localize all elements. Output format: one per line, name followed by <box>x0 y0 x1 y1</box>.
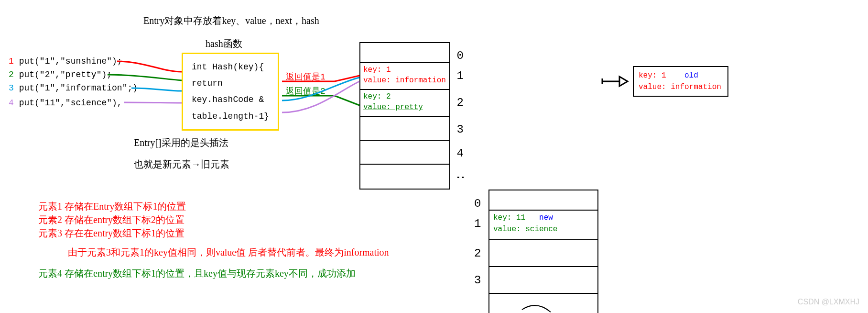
idx-0: 0 <box>457 48 464 64</box>
idx-2: 2 <box>457 95 464 111</box>
put-3-code: put("1","information";) <box>19 83 138 93</box>
table2-row-3: 3 <box>489 267 597 294</box>
note-new-old: 也就是新元素→旧元素 <box>134 158 229 171</box>
put-3: 3 put("1","information";) <box>9 83 138 93</box>
put-4-num: 4 <box>9 98 14 108</box>
note-e4: 元素4 存储在entry数组下标1的位置，且key值与现存元素key不同，成功添… <box>38 267 356 280</box>
note-e1: 元素1 存储在Entry数组下标1的位置 <box>38 200 186 213</box>
note-e3b: 由于元素3和元素1的key值相同，则value值 后者替代前者。最终为infor… <box>68 246 389 259</box>
note-e3: 元素3 存在在entry数组下标1的位置 <box>38 227 184 240</box>
table1-row-2: key: 2 value: pretty 2 <box>360 90 449 117</box>
t2-cell1-key: key: 11 <box>493 213 525 222</box>
table1-row-5: : <box>360 165 449 189</box>
note-head-insert: Entry[]采用的是头插法 <box>134 136 228 149</box>
put-1-num: 1 <box>9 56 14 66</box>
old-key: key: 1 <box>639 71 666 80</box>
t2-cell1-tag: new <box>539 213 553 222</box>
table2-row-rest <box>489 294 597 313</box>
table1-row-0: 0 <box>360 43 449 63</box>
watermark: CSDN @LXMXHJ <box>798 298 859 306</box>
arrow-icon <box>601 72 630 91</box>
table2-row-2: 2 <box>489 240 597 267</box>
idx-3: 3 <box>457 122 464 138</box>
old-entry-box: key: 1 old value: information <box>633 66 728 97</box>
idx-4: 4 <box>457 145 464 162</box>
hash-function-box: int Hash(key){ return key.hashCode & tab… <box>182 53 279 131</box>
diagram-title: Entry对象中存放着key、value，next，hash <box>143 14 319 27</box>
idx-1: 1 <box>457 68 464 84</box>
old-value: value: information <box>639 83 721 91</box>
svg-marker-2 <box>619 77 628 86</box>
hash-label: hash函数 <box>206 37 242 50</box>
idx2-3: 3 <box>474 272 481 289</box>
t1-cell2-value: value: pretty <box>363 103 423 112</box>
put-1: 1 put("1","sunshine"); <box>9 56 122 66</box>
table2-row-1: key: 11 new value: science 1 <box>489 211 597 240</box>
put-1-code: put("1","sunshine"); <box>19 56 122 66</box>
idx-dots: : <box>452 174 468 181</box>
put-2-code: put("2","pretty"); <box>19 70 112 79</box>
table1-row-1: key: 1 value: information 1 <box>360 63 449 90</box>
hash-table-2: 0 key: 11 new value: science 1 2 3 <box>488 190 598 313</box>
table1-row-4: 4 <box>360 141 449 165</box>
t2-cell1-value: value: science <box>493 225 557 234</box>
t1-cell2-key: key: 2 <box>363 92 391 101</box>
return-value-1: 返回值是1 <box>286 71 326 82</box>
old-tag: old <box>684 71 698 80</box>
note-e2: 元素2 存储在entry数组下标2的位置 <box>38 213 184 226</box>
t1-cell1-value: value: information <box>363 76 446 85</box>
put-2: 2 put("2","pretty"); <box>9 70 112 79</box>
t1-cell1-key: key: 1 <box>363 66 391 74</box>
table1-row-3: 3 <box>360 117 449 141</box>
put-3-num: 3 <box>9 83 14 93</box>
put-2-num: 2 <box>9 70 14 79</box>
squiggle-icon <box>517 300 565 313</box>
return-value-2: 返回值是2 <box>286 85 326 97</box>
hash-table-1: 0 key: 1 value: information 1 key: 2 val… <box>359 42 450 190</box>
idx2-2: 2 <box>474 245 481 262</box>
idx2-0: 0 <box>474 195 481 212</box>
put-4: 4 put("11","science"), <box>9 98 122 108</box>
put-4-code: put("11","science"), <box>19 98 122 108</box>
table2-row-0: 0 <box>489 190 597 211</box>
idx2-1: 1 <box>474 215 481 233</box>
